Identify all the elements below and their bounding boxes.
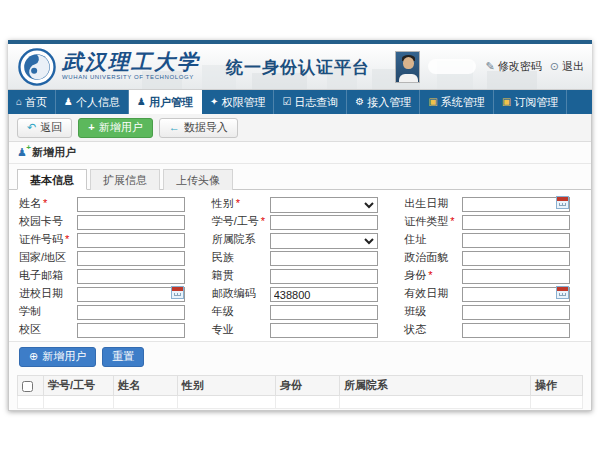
grade-field: 年级 bbox=[212, 304, 389, 319]
major-field: 专业 bbox=[212, 322, 389, 337]
form-tabs: 基本信息扩展信息上传头像 bbox=[9, 164, 591, 190]
tab-basic-info[interactable]: 基本信息 bbox=[17, 169, 87, 190]
student-id-field: 学号/工号* bbox=[212, 214, 389, 229]
gender-select[interactable] bbox=[270, 197, 378, 213]
major-input[interactable] bbox=[270, 323, 378, 338]
add-user-toolbar-label: 新增用户 bbox=[99, 120, 143, 135]
add-user-icon: ♟+ bbox=[17, 147, 27, 158]
log-icon: ☑ bbox=[282, 97, 291, 107]
app-window: 武汉理工大学 WUHAN UNIVERSITY OF TECHNOLOGY 统一… bbox=[8, 40, 592, 411]
postal-code-input[interactable] bbox=[270, 287, 378, 302]
nav-item-home[interactable]: ⌂首页 bbox=[8, 90, 56, 114]
gear-icon: ⚙ bbox=[355, 97, 364, 107]
valid-date-input[interactable] bbox=[462, 287, 570, 302]
entry-date-field: 进校日期 bbox=[19, 286, 196, 301]
table-header-row: 学号/工号姓名性别身份所属院系操作 bbox=[18, 376, 583, 396]
department-select[interactable] bbox=[270, 233, 378, 249]
calendar-icon[interactable] bbox=[556, 196, 569, 209]
empty-cell bbox=[531, 396, 583, 409]
import-arrow-icon: ← bbox=[169, 122, 180, 133]
campus-card-input[interactable] bbox=[77, 215, 185, 230]
change-password-link[interactable]: ✎ 修改密码 bbox=[486, 59, 542, 74]
nav-item-label: 日志查询 bbox=[294, 95, 338, 110]
email-input[interactable] bbox=[77, 269, 185, 284]
nav-item-subscription[interactable]: ▣订阅管理 bbox=[494, 90, 567, 114]
political-status-field: 政治面貌 bbox=[404, 250, 581, 265]
empty-cell bbox=[114, 396, 178, 409]
data-import-button[interactable]: ← 数据导入 bbox=[159, 118, 238, 138]
political-status-input[interactable] bbox=[462, 251, 570, 266]
form-actions: ⊕ 新增用户 重置 bbox=[9, 341, 591, 371]
change-password-label: 修改密码 bbox=[498, 59, 542, 74]
address-label: 住址 bbox=[404, 232, 462, 247]
name-input[interactable] bbox=[77, 197, 185, 212]
column-header-identity[interactable]: 身份 bbox=[276, 376, 340, 396]
address-field: 住址 bbox=[404, 232, 581, 247]
column-header-actions[interactable]: 操作 bbox=[531, 376, 583, 396]
user-avatar-photo[interactable] bbox=[395, 51, 420, 83]
status-field: 状态 bbox=[404, 322, 581, 337]
ethnicity-input[interactable] bbox=[270, 251, 378, 266]
campus-input[interactable] bbox=[77, 323, 185, 338]
column-header-name[interactable]: 姓名 bbox=[114, 376, 178, 396]
logout-link[interactable]: ⊙ 退出 bbox=[550, 59, 584, 74]
id-number-field: 证件号码* bbox=[19, 232, 196, 247]
submit-add-user-button[interactable]: ⊕ 新增用户 bbox=[19, 347, 96, 367]
nav-item-user-mgmt[interactable]: ♟用户管理 bbox=[129, 90, 202, 114]
app-header: 武汉理工大学 WUHAN UNIVERSITY OF TECHNOLOGY 统一… bbox=[8, 44, 592, 90]
birth-date-field: 出生日期 bbox=[404, 196, 581, 211]
nav-item-label: 权限管理 bbox=[221, 95, 265, 110]
gender-label: 性别* bbox=[212, 196, 270, 211]
political-status-label: 政治面貌 bbox=[404, 250, 462, 265]
name-label: 姓名* bbox=[19, 196, 77, 211]
address-input[interactable] bbox=[462, 233, 570, 248]
folder-icon: ▣ bbox=[502, 97, 511, 107]
avatar-face bbox=[403, 57, 414, 69]
id-type-input[interactable] bbox=[462, 215, 570, 230]
status-input[interactable] bbox=[462, 323, 570, 338]
tab-extended-info[interactable]: 扩展信息 bbox=[90, 169, 160, 190]
nav-item-access-mgmt[interactable]: ⚙接入管理 bbox=[347, 90, 420, 114]
avatar-shirt bbox=[399, 74, 418, 83]
nav-item-label: 个人信息 bbox=[76, 95, 120, 110]
calendar-icon[interactable] bbox=[556, 286, 569, 299]
reset-button[interactable]: 重置 bbox=[102, 347, 144, 367]
toolbar: ↶ 返回 + 新增用户 ← 数据导入 bbox=[9, 114, 591, 142]
birth-date-input[interactable] bbox=[462, 197, 570, 212]
native-place-label: 籍贯 bbox=[212, 268, 270, 283]
nav-item-profile[interactable]: ♟个人信息 bbox=[56, 90, 129, 114]
add-user-toolbar-button[interactable]: + 新增用户 bbox=[78, 118, 152, 138]
select-all-checkbox[interactable] bbox=[22, 381, 33, 392]
back-button[interactable]: ↶ 返回 bbox=[17, 118, 72, 138]
grade-label: 年级 bbox=[212, 304, 270, 319]
calendar-icon[interactable] bbox=[171, 286, 184, 299]
nav-item-system-mgmt[interactable]: ▣系统管理 bbox=[420, 90, 493, 114]
column-header-student-id[interactable]: 学号/工号 bbox=[44, 376, 114, 396]
nav-item-label: 系统管理 bbox=[441, 95, 485, 110]
country-region-input[interactable] bbox=[77, 251, 185, 266]
student-id-input[interactable] bbox=[270, 215, 378, 230]
section-title: 新增用户 bbox=[32, 145, 76, 160]
native-place-input[interactable] bbox=[270, 269, 378, 284]
folder-icon: ▣ bbox=[428, 97, 437, 107]
required-asterisk: * bbox=[65, 233, 69, 245]
identity-field: 身份* bbox=[404, 268, 581, 283]
nav-item-log-query[interactable]: ☑日志查询 bbox=[274, 90, 347, 114]
tab-upload-avatar[interactable]: 上传头像 bbox=[163, 169, 233, 190]
class-input[interactable] bbox=[462, 305, 570, 320]
column-header-gender[interactable]: 性别 bbox=[178, 376, 276, 396]
form-panel: 姓名*性别*出生日期校园卡号学号/工号*证件类型*证件号码*所属院系住址国家/地… bbox=[9, 190, 591, 341]
identity-input[interactable] bbox=[462, 269, 570, 284]
native-place-field: 籍贯 bbox=[212, 268, 389, 283]
id-number-label: 证件号码* bbox=[19, 232, 77, 247]
grade-input[interactable] bbox=[270, 305, 378, 320]
entry-date-input[interactable] bbox=[77, 287, 185, 302]
platform-title: 统一身份认证平台 bbox=[226, 56, 370, 79]
education-length-field: 学制 bbox=[19, 304, 196, 319]
valid-date-label: 有效日期 bbox=[404, 286, 462, 301]
id-number-input[interactable] bbox=[77, 233, 185, 248]
education-length-input[interactable] bbox=[77, 305, 185, 320]
nav-item-label: 用户管理 bbox=[149, 95, 193, 110]
column-header-department[interactable]: 所属院系 bbox=[340, 376, 531, 396]
nav-item-permission[interactable]: ✦权限管理 bbox=[202, 90, 274, 114]
